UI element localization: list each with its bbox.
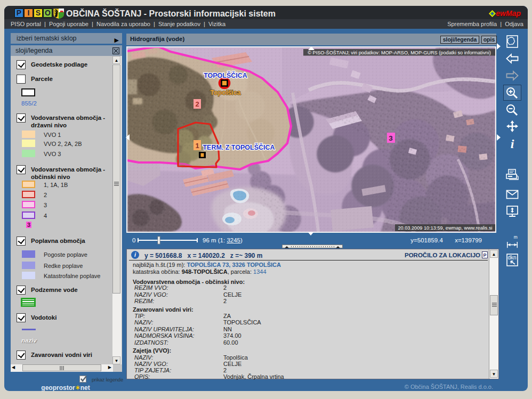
svg-text:Topolšica: Topolšica	[210, 89, 241, 96]
svg-text:20.03.2009 10:13:59, ewmap, ww: 20.03.2009 10:13:59, ewmap, www.realis.s…	[398, 225, 492, 231]
svg-text:© PISO-ŠOŠTANJ; viri podatkov:: © PISO-ŠOŠTANJ; viri podatkov: MOP-ARSO,…	[308, 50, 491, 55]
svg-text:dkn: dkn	[508, 255, 517, 260]
svg-text:TOPOLŠČICA: TOPOLŠČICA	[204, 71, 247, 79]
svg-text:1: 1	[195, 142, 199, 150]
svg-text:m: m	[514, 235, 518, 240]
svg-text:2: 2	[195, 100, 199, 108]
svg-text:TERM. Z TOPOLŠČICA: TERM. Z TOPOLŠČICA	[203, 143, 275, 151]
svg-text:3: 3	[389, 134, 393, 142]
